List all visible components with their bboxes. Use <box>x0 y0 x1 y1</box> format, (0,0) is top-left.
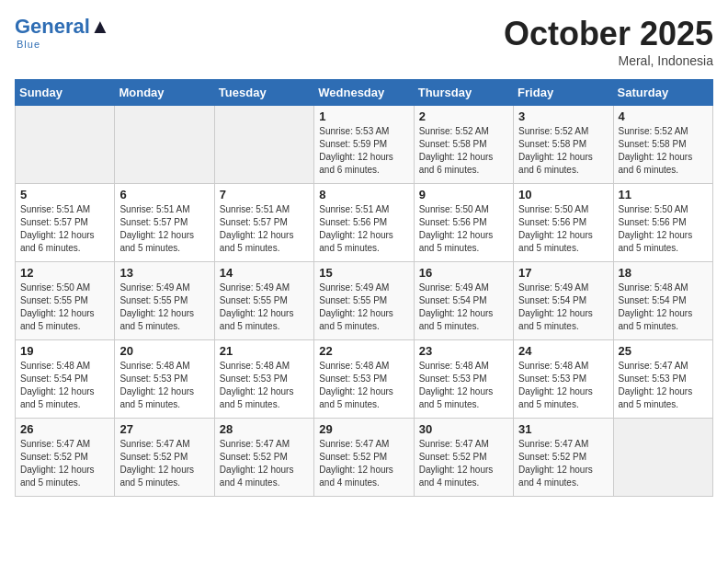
day-number: 16 <box>419 266 508 280</box>
calendar-cell: 28Sunrise: 5:47 AM Sunset: 5:52 PM Dayli… <box>214 419 313 497</box>
calendar-cell: 29Sunrise: 5:47 AM Sunset: 5:52 PM Dayli… <box>314 419 414 497</box>
day-number: 12 <box>20 266 109 280</box>
logo-text: General▲ <box>15 15 110 39</box>
calendar-cell: 18Sunrise: 5:48 AM Sunset: 5:54 PM Dayli… <box>613 262 712 340</box>
calendar-cell <box>613 419 712 497</box>
day-info: Sunrise: 5:51 AM Sunset: 5:57 PM Dayligh… <box>119 203 209 255</box>
day-number: 25 <box>619 344 708 358</box>
calendar-cell: 27Sunrise: 5:47 AM Sunset: 5:52 PM Dayli… <box>115 419 214 497</box>
day-number: 28 <box>220 422 309 436</box>
day-info: Sunrise: 5:48 AM Sunset: 5:53 PM Dayligh… <box>119 360 209 411</box>
calendar-cell: 13Sunrise: 5:49 AM Sunset: 5:55 PM Dayli… <box>115 262 214 340</box>
calendar-cell: 7Sunrise: 5:51 AM Sunset: 5:57 PM Daylig… <box>214 184 313 262</box>
calendar-cell: 17Sunrise: 5:49 AM Sunset: 5:54 PM Dayli… <box>514 262 613 340</box>
calendar-cell <box>214 106 313 184</box>
day-number: 19 <box>20 344 109 358</box>
weekday-header-wednesday: Wednesday <box>314 80 414 106</box>
calendar-cell: 2Sunrise: 5:52 AM Sunset: 5:58 PM Daylig… <box>414 106 513 184</box>
calendar-cell: 14Sunrise: 5:49 AM Sunset: 5:55 PM Dayli… <box>214 262 313 340</box>
day-number: 9 <box>419 188 508 201</box>
calendar-cell: 15Sunrise: 5:49 AM Sunset: 5:55 PM Dayli… <box>314 262 414 340</box>
calendar-cell: 26Sunrise: 5:47 AM Sunset: 5:52 PM Dayli… <box>16 419 115 497</box>
weekday-header-sunday: Sunday <box>16 80 115 106</box>
title-area: October 2025 Meral, Indonesia <box>504 15 713 68</box>
calendar-week-0: 1Sunrise: 5:53 AM Sunset: 5:59 PM Daylig… <box>16 106 713 184</box>
day-number: 30 <box>419 422 508 436</box>
weekday-header-saturday: Saturday <box>613 80 712 106</box>
day-number: 3 <box>518 109 608 123</box>
day-info: Sunrise: 5:52 AM Sunset: 5:58 PM Dayligh… <box>518 125 608 177</box>
day-info: Sunrise: 5:47 AM Sunset: 5:53 PM Dayligh… <box>619 360 708 411</box>
calendar-cell: 25Sunrise: 5:47 AM Sunset: 5:53 PM Dayli… <box>613 340 712 419</box>
day-number: 11 <box>619 188 708 201</box>
day-info: Sunrise: 5:48 AM Sunset: 5:54 PM Dayligh… <box>619 282 708 333</box>
calendar-cell: 10Sunrise: 5:50 AM Sunset: 5:56 PM Dayli… <box>514 184 613 262</box>
day-info: Sunrise: 5:51 AM Sunset: 5:57 PM Dayligh… <box>220 203 309 255</box>
day-info: Sunrise: 5:49 AM Sunset: 5:55 PM Dayligh… <box>119 282 209 333</box>
day-info: Sunrise: 5:49 AM Sunset: 5:55 PM Dayligh… <box>220 282 309 333</box>
day-number: 29 <box>319 422 408 436</box>
day-info: Sunrise: 5:48 AM Sunset: 5:53 PM Dayligh… <box>220 360 309 411</box>
day-number: 13 <box>119 266 209 280</box>
day-number: 20 <box>119 344 209 358</box>
calendar-cell: 8Sunrise: 5:51 AM Sunset: 5:56 PM Daylig… <box>314 184 414 262</box>
day-number: 15 <box>319 266 408 280</box>
calendar-cell: 12Sunrise: 5:50 AM Sunset: 5:55 PM Dayli… <box>16 262 115 340</box>
weekday-header-tuesday: Tuesday <box>214 80 313 106</box>
calendar-cell: 5Sunrise: 5:51 AM Sunset: 5:57 PM Daylig… <box>16 184 115 262</box>
calendar-cell: 6Sunrise: 5:51 AM Sunset: 5:57 PM Daylig… <box>115 184 214 262</box>
day-number: 24 <box>518 344 608 358</box>
calendar-cell: 21Sunrise: 5:48 AM Sunset: 5:53 PM Dayli… <box>214 340 313 419</box>
calendar-cell: 23Sunrise: 5:48 AM Sunset: 5:53 PM Dayli… <box>414 340 513 419</box>
day-info: Sunrise: 5:48 AM Sunset: 5:54 PM Dayligh… <box>20 360 109 411</box>
day-info: Sunrise: 5:51 AM Sunset: 5:56 PM Dayligh… <box>319 203 408 255</box>
calendar-cell: 1Sunrise: 5:53 AM Sunset: 5:59 PM Daylig… <box>314 106 414 184</box>
calendar-cell: 30Sunrise: 5:47 AM Sunset: 5:52 PM Dayli… <box>414 419 513 497</box>
day-number: 14 <box>220 266 309 280</box>
day-number: 26 <box>20 422 109 436</box>
day-info: Sunrise: 5:47 AM Sunset: 5:52 PM Dayligh… <box>119 438 209 489</box>
day-info: Sunrise: 5:48 AM Sunset: 5:53 PM Dayligh… <box>518 360 608 411</box>
weekday-header-monday: Monday <box>115 80 214 106</box>
day-number: 17 <box>518 266 608 280</box>
day-number: 22 <box>319 344 408 358</box>
day-info: Sunrise: 5:50 AM Sunset: 5:55 PM Dayligh… <box>20 282 109 333</box>
day-info: Sunrise: 5:49 AM Sunset: 5:54 PM Dayligh… <box>518 282 608 333</box>
calendar-week-4: 26Sunrise: 5:47 AM Sunset: 5:52 PM Dayli… <box>16 419 713 497</box>
calendar-cell: 9Sunrise: 5:50 AM Sunset: 5:56 PM Daylig… <box>414 184 513 262</box>
calendar-cell <box>115 106 214 184</box>
day-info: Sunrise: 5:47 AM Sunset: 5:52 PM Dayligh… <box>419 438 508 489</box>
weekday-header-friday: Friday <box>514 80 613 106</box>
day-info: Sunrise: 5:50 AM Sunset: 5:56 PM Dayligh… <box>419 203 508 255</box>
day-number: 1 <box>319 109 408 123</box>
day-number: 4 <box>619 109 708 123</box>
day-number: 27 <box>119 422 209 436</box>
calendar-cell: 19Sunrise: 5:48 AM Sunset: 5:54 PM Dayli… <box>16 340 115 419</box>
day-number: 8 <box>319 188 408 201</box>
day-number: 18 <box>619 266 708 280</box>
logo-subtext: Blue <box>17 39 40 50</box>
weekday-header-thursday: Thursday <box>414 80 513 106</box>
day-number: 2 <box>419 109 508 123</box>
day-number: 21 <box>220 344 309 358</box>
day-info: Sunrise: 5:47 AM Sunset: 5:52 PM Dayligh… <box>20 438 109 489</box>
calendar-cell: 31Sunrise: 5:47 AM Sunset: 5:52 PM Dayli… <box>514 419 613 497</box>
day-info: Sunrise: 5:50 AM Sunset: 5:56 PM Dayligh… <box>518 203 608 255</box>
calendar-week-1: 5Sunrise: 5:51 AM Sunset: 5:57 PM Daylig… <box>16 184 713 262</box>
day-info: Sunrise: 5:50 AM Sunset: 5:56 PM Dayligh… <box>619 203 708 255</box>
logo: General▲ Blue <box>15 15 110 50</box>
day-info: Sunrise: 5:47 AM Sunset: 5:52 PM Dayligh… <box>518 438 608 489</box>
calendar-table: SundayMondayTuesdayWednesdayThursdayFrid… <box>15 79 713 497</box>
day-number: 5 <box>20 188 109 201</box>
day-info: Sunrise: 5:49 AM Sunset: 5:55 PM Dayligh… <box>319 282 408 333</box>
calendar-week-2: 12Sunrise: 5:50 AM Sunset: 5:55 PM Dayli… <box>16 262 713 340</box>
day-number: 7 <box>220 188 309 201</box>
day-info: Sunrise: 5:49 AM Sunset: 5:54 PM Dayligh… <box>419 282 508 333</box>
calendar-cell: 11Sunrise: 5:50 AM Sunset: 5:56 PM Dayli… <box>613 184 712 262</box>
calendar-cell: 22Sunrise: 5:48 AM Sunset: 5:53 PM Dayli… <box>314 340 414 419</box>
day-info: Sunrise: 5:48 AM Sunset: 5:53 PM Dayligh… <box>319 360 408 411</box>
day-number: 23 <box>419 344 508 358</box>
calendar-week-3: 19Sunrise: 5:48 AM Sunset: 5:54 PM Dayli… <box>16 340 713 419</box>
day-info: Sunrise: 5:52 AM Sunset: 5:58 PM Dayligh… <box>619 125 708 177</box>
location: Meral, Indonesia <box>504 53 713 68</box>
